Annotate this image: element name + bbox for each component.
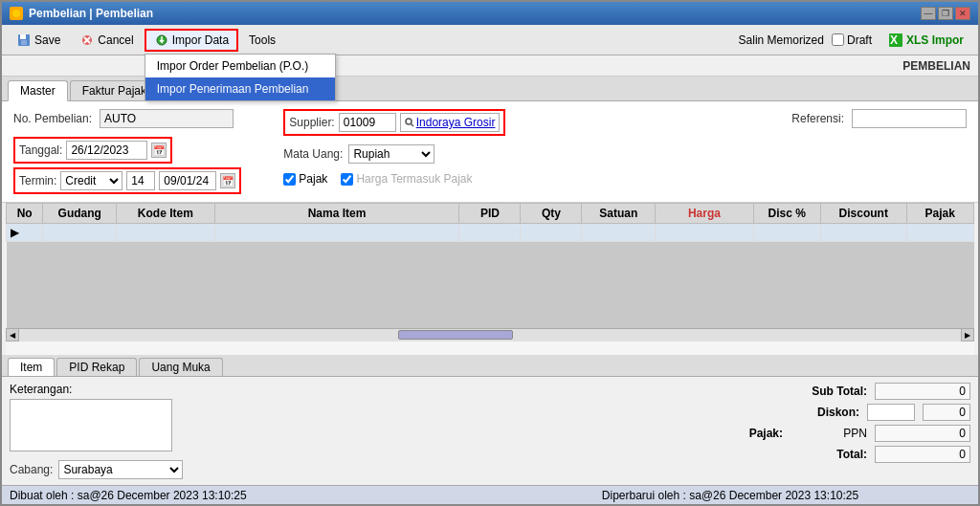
no-pembelian-input[interactable] <box>100 109 234 128</box>
section-label: PEMBELIAN <box>902 59 970 73</box>
table-container: No Gudang Kode Item Nama Item PID Qty Sa… <box>6 203 974 355</box>
svg-point-0 <box>12 10 20 17</box>
svg-point-10 <box>406 119 412 124</box>
referensi-input[interactable] <box>852 109 967 128</box>
impor-dropdown-menu: Impor Order Pembelian (P.O.) Impor Pener… <box>145 54 336 101</box>
table-row <box>7 311 974 328</box>
tab-item[interactable]: Item <box>8 358 55 376</box>
xls-icon: X <box>888 33 903 48</box>
close-button[interactable]: ✕ <box>955 7 970 20</box>
keterangan-label: Keterangan: <box>10 383 220 396</box>
cancel-button[interactable]: Cancel <box>71 29 142 52</box>
table-row[interactable]: ▶ <box>7 224 974 242</box>
table-header-row: No Gudang Kode Item Nama Item PID Qty Sa… <box>7 204 974 224</box>
mata-uang-select[interactable]: Rupiah USD <box>348 144 434 164</box>
save-button[interactable]: Save <box>8 29 69 52</box>
supplier-lookup-button[interactable]: Indoraya Grosir <box>400 113 501 132</box>
supplier-row: Supplier: Indoraya Grosir <box>283 109 505 136</box>
cancel-icon <box>79 33 95 48</box>
pajak-sum-label: Pajak: <box>706 427 783 440</box>
diskon-input[interactable] <box>867 404 915 421</box>
tools-button[interactable]: Tools <box>240 29 284 52</box>
keterangan-textarea[interactable] <box>10 399 172 451</box>
status-created: Dibuat oleh : sa@26 December 2023 13:10:… <box>10 489 490 502</box>
impor-data-button[interactable]: Impor Data <box>145 29 238 52</box>
minimize-button[interactable]: — <box>921 7 936 20</box>
sub-total-value: 0 <box>875 383 970 400</box>
termin-date-input[interactable] <box>159 171 216 190</box>
scroll-right-arrow[interactable]: ▶ <box>961 328 974 341</box>
col-discount: Discount <box>820 204 906 224</box>
app-icon <box>10 7 23 20</box>
xls-impor-button[interactable]: X XLS Impor <box>880 29 972 52</box>
diskon-num-value: 0 <box>923 404 970 421</box>
table-scroll-area[interactable]: No Gudang Kode Item Nama Item PID Qty Sa… <box>6 203 974 328</box>
impor-order-item[interactable]: Impor Order Pembelian (P.O.) <box>145 55 335 77</box>
bottom-section: Keterangan: Cabang: Surabaya Sub Total: … <box>2 377 978 485</box>
sub-total-label: Sub Total: <box>791 385 867 398</box>
window-title: Pembelian | Pembelian <box>29 7 153 20</box>
sub-total-row: Sub Total: 0 <box>791 383 970 400</box>
diskon-row: Diskon: 0 <box>783 404 970 421</box>
impor-icon <box>154 33 169 48</box>
impor-penerimaan-item[interactable]: Impor Penerimaan Pembelian <box>145 77 335 100</box>
tanggal-group: Tanggal: 📅 <box>13 137 172 164</box>
tanggal-input[interactable] <box>66 141 147 160</box>
col-nama-item: Nama Item <box>214 204 459 224</box>
col-no: No <box>7 204 43 224</box>
draft-checkbox[interactable] <box>832 33 844 46</box>
harga-termasuk-label[interactable]: Harga Termasuk Pajak <box>341 172 472 186</box>
termin-group: Termin: Credit Cash 📅 <box>13 167 241 194</box>
bottom-tabs: Item PID Rekap Uang Muka <box>2 355 978 377</box>
termin-calendar-icon[interactable]: 📅 <box>220 173 235 188</box>
horizontal-scrollbar[interactable]: ◀ ▶ <box>6 328 974 341</box>
svg-text:X: X <box>890 33 898 47</box>
tab-pid-rekap[interactable]: PID Rekap <box>56 358 137 376</box>
draft-checkbox-group[interactable]: Draft <box>832 33 872 47</box>
pajak-checkbox-label[interactable]: Pajak <box>283 172 327 186</box>
cabang-select[interactable]: Surabaya <box>58 460 183 479</box>
col-disc-pct: Disc % <box>753 204 820 224</box>
scroll-left-arrow[interactable]: ◀ <box>6 328 19 341</box>
svg-line-11 <box>411 124 413 127</box>
col-pajak: Pajak <box>906 204 973 224</box>
total-row: Total: 0 <box>791 446 970 463</box>
svg-rect-3 <box>21 40 27 45</box>
harga-termasuk-checkbox[interactable] <box>341 173 353 186</box>
supplier-group: Supplier: Indoraya Grosir <box>283 109 505 136</box>
pajak-type-label: PPN <box>791 427 867 440</box>
bottom-left: Keterangan: Cabang: Surabaya <box>10 383 220 479</box>
tanggal-calendar-icon[interactable]: 📅 <box>151 143 167 158</box>
termin-days-input[interactable] <box>126 171 155 190</box>
toolbar: Save Cancel Impor Data Impor Order Pembe… <box>2 25 978 55</box>
restore-button[interactable]: ❒ <box>938 7 953 20</box>
impor-data-dropdown[interactable]: Impor Data Impor Order Pembelian (P.O.) … <box>145 29 238 52</box>
bottom-right: Sub Total: 0 Diskon: 0 Pajak: PPN 0 Tota… <box>607 383 970 479</box>
col-kode-item: Kode Item <box>117 204 214 224</box>
supplier-name-label[interactable]: Indoraya Grosir <box>416 116 496 129</box>
tab-uang-muka[interactable]: Uang Muka <box>139 358 222 376</box>
diskon-label: Diskon: <box>783 406 859 419</box>
form-area: No. Pembelian: Tanggal: 📅 Termin: Credit <box>2 101 978 203</box>
col-pid: PID <box>459 204 521 224</box>
pajak-checkbox[interactable] <box>283 173 296 186</box>
referensi-row: Referensi: <box>791 109 967 128</box>
scrollbar-thumb[interactable] <box>398 330 513 340</box>
toolbar-right: Salin Memorized Draft X XLS Impor <box>739 29 972 52</box>
title-bar: Pembelian | Pembelian — ❒ ✕ <box>2 2 978 25</box>
tab-master[interactable]: Master <box>8 80 68 101</box>
pajak-value: 0 <box>875 425 970 442</box>
cabang-row: Cabang: Surabaya <box>10 460 220 479</box>
termin-type-select[interactable]: Credit Cash <box>60 171 122 190</box>
col-satuan: Satuan <box>582 204 656 224</box>
supplier-code-input[interactable] <box>339 113 396 132</box>
no-pembelian-row: No. Pembelian: <box>13 109 241 128</box>
table-row <box>7 242 974 259</box>
pajak-row-summary: Pajak: PPN 0 <box>706 425 970 442</box>
mata-uang-row: Mata Uang: Rupiah USD <box>283 144 505 164</box>
status-updated: Diperbarui oleh : sa@26 December 2023 13… <box>490 489 970 502</box>
col-qty: Qty <box>521 204 582 224</box>
save-icon <box>16 33 32 48</box>
main-window: Pembelian | Pembelian — ❒ ✕ Save Cancel <box>0 0 980 506</box>
total-value: 0 <box>875 446 970 463</box>
